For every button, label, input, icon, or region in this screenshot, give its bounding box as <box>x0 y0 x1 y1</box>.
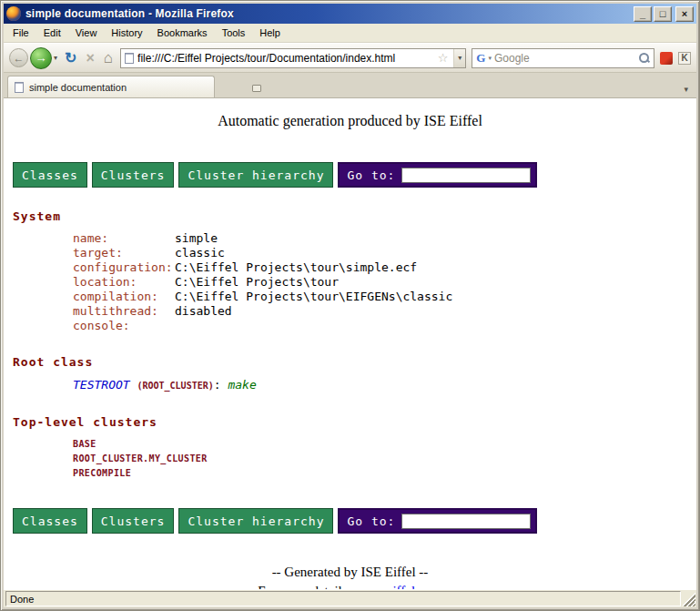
nav-button-cluster-hierarchy[interactable]: Cluster hierarchy <box>178 508 333 534</box>
page-content: Automatic generation produced by ISE Eif… <box>4 98 696 589</box>
google-icon[interactable]: G <box>476 51 485 66</box>
root-cluster-link[interactable]: (ROOT_CLUSTER) <box>137 381 213 391</box>
title-bar: simple documentation - Mozilla Firefox _… <box>4 4 696 24</box>
system-key: target: <box>73 246 175 260</box>
generated-by-line: -- Generated by ISE Eiffel -- <box>4 565 696 580</box>
top-level-clusters-heading: Top-level clusters <box>13 415 696 429</box>
system-key: configuration: <box>73 260 175 275</box>
nav-button-clusters[interactable]: Clusters <box>92 162 175 188</box>
system-value: C:\Eiffel Projects\tour\simple.ecf <box>175 260 417 275</box>
addon-icon-red[interactable] <box>660 52 673 65</box>
goto-input[interactable] <box>401 514 531 529</box>
nav-button-classes[interactable]: Classes <box>13 508 87 534</box>
tab-strip-stub[interactable] <box>240 79 273 97</box>
tab-page-icon <box>15 82 24 93</box>
menu-view[interactable]: View <box>68 25 105 41</box>
back-forward-cluster: ← → ▾ <box>9 47 57 69</box>
addon-icon-k[interactable]: K <box>678 52 691 65</box>
history-dropdown-icon[interactable]: ▾ <box>453 49 465 67</box>
system-value: C:\Eiffel Projects\tour <box>175 275 339 290</box>
cluster-link-precompile[interactable]: PRECOMPILE <box>73 466 131 481</box>
root-class-line: TESTROOT (ROOT_CLUSTER): make <box>73 377 696 393</box>
system-row: location: C:\Eiffel Projects\tour <box>73 275 696 290</box>
system-value: classic <box>175 246 225 260</box>
minimize-button[interactable]: _ <box>634 6 652 22</box>
close-button[interactable]: × <box>675 6 694 22</box>
system-row: configuration: C:\Eiffel Projects\tour\s… <box>73 260 696 275</box>
goto-label: Go to: <box>347 168 395 182</box>
menu-tools[interactable]: Tools <box>215 25 253 41</box>
system-heading: System <box>13 209 696 223</box>
address-bar[interactable]: ☆ ▾ <box>120 48 466 68</box>
browser-window: simple documentation - Mozilla Firefox _… <box>0 0 700 611</box>
system-key: compilation: <box>73 290 175 304</box>
system-key: multithread: <box>73 304 175 319</box>
system-value: disabled <box>175 304 232 319</box>
search-bar[interactable]: G ▾ <box>472 48 654 68</box>
page-title: Automatic generation produced by ISE Eif… <box>4 113 696 129</box>
menu-bar: File Edit View History Bookmarks Tools H… <box>4 24 696 43</box>
cluster-link-root-cluster-my-cluster[interactable]: ROOT_CLUSTER.MY_CLUSTER <box>73 452 208 466</box>
navigation-toolbar: ← → ▾ ↻ × ⌂ ☆ ▾ G ▾ K <box>4 43 696 73</box>
resize-grip[interactable] <box>683 592 695 606</box>
list-all-tabs-button[interactable]: ▾ <box>679 85 693 97</box>
stop-button[interactable]: × <box>84 50 96 66</box>
firefox-icon <box>6 6 21 21</box>
url-input[interactable] <box>137 52 432 65</box>
page-icon <box>125 53 134 64</box>
status-text: Done <box>5 591 681 606</box>
window-title: simple documentation - Mozilla Firefox <box>25 7 629 20</box>
search-magnifier-icon[interactable] <box>638 52 650 64</box>
doc-navbar-top: Classes Clusters Cluster hierarchy Go to… <box>13 162 696 188</box>
tab-bar: simple documentation ▾ <box>4 73 696 98</box>
back-button[interactable]: ← <box>9 48 28 67</box>
system-row: name: simple <box>73 231 696 246</box>
tab-simple-documentation[interactable]: simple documentation <box>7 76 215 97</box>
system-value: simple <box>175 231 218 246</box>
system-row: console: <box>73 319 696 333</box>
system-key: name: <box>73 231 175 246</box>
tab-stub-icon <box>252 85 261 92</box>
system-row: compilation: C:\Eiffel Projects\tour\EIF… <box>73 290 696 304</box>
menu-file[interactable]: File <box>5 25 36 41</box>
creation-procedure-link[interactable]: make <box>228 378 256 392</box>
forward-dropdown-icon[interactable]: ▾ <box>54 54 57 62</box>
status-bar: Done <box>4 589 696 607</box>
system-key: location: <box>73 275 175 290</box>
doc-navbar-bottom: Classes Clusters Cluster hierarchy Go to… <box>13 508 696 534</box>
system-row: multithread: disabled <box>73 304 696 319</box>
system-value: C:\Eiffel Projects\tour\EIFGENs\classic <box>175 290 452 304</box>
search-input[interactable] <box>494 52 635 65</box>
cluster-link-base[interactable]: BASE <box>73 437 96 452</box>
root-class-link[interactable]: TESTROOT <box>73 378 130 392</box>
goto-label: Go to: <box>347 514 395 528</box>
maximize-button[interactable]: □ <box>654 6 672 22</box>
tab-title: simple documentation <box>29 82 127 93</box>
goto-input[interactable] <box>401 168 531 183</box>
root-separator: : <box>214 378 221 392</box>
reload-button[interactable]: ↻ <box>63 50 78 66</box>
search-engine-dropdown-icon[interactable]: ▾ <box>488 55 492 62</box>
menu-edit[interactable]: Edit <box>36 25 68 41</box>
system-row: target: classic <box>73 246 696 260</box>
forward-button[interactable]: → <box>30 47 52 69</box>
menu-history[interactable]: History <box>104 25 149 41</box>
system-key: console: <box>73 319 175 333</box>
nav-button-cluster-hierarchy[interactable]: Cluster hierarchy <box>178 162 333 188</box>
root-class-heading: Root class <box>13 355 696 369</box>
home-button[interactable]: ⌂ <box>102 49 115 66</box>
nav-button-clusters[interactable]: Clusters <box>92 508 175 534</box>
goto-box: Go to: <box>338 162 537 188</box>
menu-help[interactable]: Help <box>252 25 288 41</box>
bookmark-star-icon[interactable]: ☆ <box>436 51 451 65</box>
nav-button-classes[interactable]: Classes <box>13 162 87 188</box>
menu-bookmarks[interactable]: Bookmarks <box>150 25 215 41</box>
window-controls: _ □ × <box>634 6 694 22</box>
goto-box: Go to: <box>338 508 537 534</box>
